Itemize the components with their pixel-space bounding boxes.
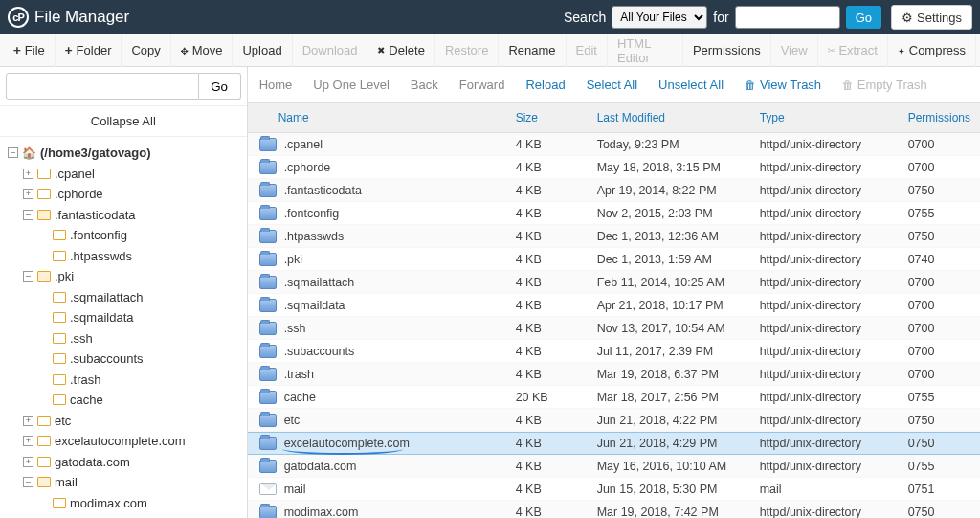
nav-unselect-all[interactable]: Unselect All (658, 78, 724, 92)
expand-icon[interactable]: + (23, 416, 33, 426)
nav-empty-trash[interactable]: Empty Trash (842, 78, 927, 92)
nav-forward[interactable]: Forward (459, 78, 505, 92)
tree-item--fantasticodata[interactable]: –.fantasticodata (8, 205, 247, 226)
tree-item-excelautocomplete-com[interactable]: +excelautocomplete.com (8, 431, 247, 452)
collapse-icon[interactable]: – (23, 210, 33, 220)
tree-label: (/home3/gatovago) (40, 144, 151, 163)
file-row--trash[interactable]: .trash4 KBMar 19, 2018, 6:37 PMhttpd/uni… (248, 363, 980, 386)
file-perm: 0700 (899, 368, 970, 381)
tree-item--trash[interactable]: .trash (8, 370, 247, 391)
nav-bar: Home Up One Level Back Forward Reload Se… (248, 67, 980, 103)
file-row-gatodata-com[interactable]: gatodata.com4 KBMay 16, 2016, 10:10 AMht… (248, 455, 980, 478)
toolbar-extract[interactable]: ✂Extract (818, 34, 888, 67)
expand-icon[interactable]: + (23, 436, 33, 446)
file-row-cache[interactable]: cache20 KBMar 18, 2017, 2:56 PMhttpd/uni… (248, 386, 980, 409)
tree-item-etc[interactable]: +etc (8, 411, 247, 432)
compress-icon: ✦ (898, 43, 905, 57)
toolbar-delete[interactable]: ✖Delete (368, 34, 434, 67)
toolbar-label: Folder (77, 43, 112, 57)
nav-up-one-level[interactable]: Up One Level (313, 78, 390, 92)
tree-item--sqmaildata[interactable]: .sqmaildata (8, 307, 247, 328)
folder-icon (259, 391, 277, 404)
toolbar-permissions[interactable]: Permissions (683, 34, 771, 67)
toolbar-file[interactable]: +File (4, 34, 56, 67)
file-row--cpanel[interactable]: .cpanel4 KBToday, 9:23 PMhttpd/unix-dire… (248, 133, 980, 156)
tree-item--htpasswds[interactable]: .htpasswds (8, 246, 247, 267)
cpanel-logo: cP (8, 7, 29, 28)
tree-item-cache[interactable]: cache (8, 390, 247, 411)
extract-icon: ✂ (828, 43, 835, 57)
toolbar-label: Extract (838, 43, 877, 57)
toolbar-upload[interactable]: Upload (233, 34, 292, 67)
toolbar-copy[interactable]: Copy (122, 34, 170, 67)
file-perm: 0755 (899, 460, 970, 473)
expand-icon[interactable]: + (23, 457, 33, 467)
nav-view-trash[interactable]: View Trash (745, 78, 821, 92)
col-header-name[interactable]: Name (248, 111, 506, 124)
file-type: httpd/unix-directory (750, 414, 899, 427)
nav-reload[interactable]: Reload (525, 78, 565, 92)
search-go-button[interactable]: Go (846, 6, 881, 29)
file-row-modimax-com[interactable]: modimax.com4 KBMar 19, 2018, 7:42 PMhttp… (248, 501, 980, 518)
tree-item--ssh[interactable]: .ssh (8, 328, 247, 349)
tree-item--subaccounts[interactable]: .subaccounts (8, 349, 247, 370)
collapse-icon[interactable]: – (23, 477, 33, 487)
file-perm: 0750 (899, 230, 970, 243)
toolbar-download[interactable]: Download (293, 34, 368, 67)
search-scope-select[interactable]: All Your Files (612, 6, 707, 29)
toolbar-compress[interactable]: ✦Compress (888, 34, 976, 67)
toolbar-html-editor[interactable]: HTML Editor (608, 34, 683, 67)
tree-item--pki[interactable]: –.pki (8, 266, 247, 287)
file-row--ssh[interactable]: .ssh4 KBNov 13, 2017, 10:54 AMhttpd/unix… (248, 317, 980, 340)
file-row--cphorde[interactable]: .cphorde4 KBMay 18, 2018, 3:15 PMhttpd/u… (248, 156, 980, 179)
tree-item--cpanel[interactable]: +.cpanel (8, 164, 247, 185)
tree-item-perl5[interactable]: +perl5 (8, 513, 247, 518)
tree-item--fontconfig[interactable]: .fontconfig (8, 225, 247, 246)
collapse-all-button[interactable]: Collapse All (0, 105, 247, 137)
nav-select-all[interactable]: Select All (587, 78, 637, 92)
settings-button[interactable]: Settings (891, 5, 972, 30)
tree-search-input[interactable] (6, 73, 199, 100)
toolbar-restore[interactable]: Restore (435, 34, 500, 67)
toolbar-view[interactable]: View (771, 34, 818, 67)
nav-back[interactable]: Back (411, 78, 438, 92)
search-input[interactable] (735, 6, 840, 29)
tree-item--home3-gatovago-[interactable]: –🏠(/home3/gatovago) (8, 143, 247, 164)
file-row-mail[interactable]: mail4 KBJun 15, 2018, 5:30 PMmail0751 (248, 478, 980, 501)
tree-item--cphorde[interactable]: +.cphorde (8, 184, 247, 205)
toolbar-folder[interactable]: +Folder (56, 34, 122, 67)
toolbar-rename[interactable]: Rename (499, 34, 566, 67)
file-row--htpasswds[interactable]: .htpasswds4 KBDec 1, 2013, 12:36 AMhttpd… (248, 225, 980, 248)
gear-icon (902, 11, 913, 25)
expand-icon[interactable]: + (23, 189, 33, 199)
folder-icon (259, 230, 277, 243)
toolbar-edit[interactable]: Edit (567, 34, 608, 67)
file-row--fontconfig[interactable]: .fontconfig4 KBNov 2, 2015, 2:03 PMhttpd… (248, 202, 980, 225)
folder-icon (53, 353, 66, 364)
toolbar-move[interactable]: ✥Move (171, 34, 234, 67)
col-header-type[interactable]: Type (750, 111, 899, 124)
col-header-size[interactable]: Size (506, 111, 588, 124)
file-row--sqmailattach[interactable]: .sqmailattach4 KBFeb 11, 2014, 10:25 AMh… (248, 271, 980, 294)
collapse-icon[interactable]: – (23, 271, 33, 282)
file-row--pki[interactable]: .pki4 KBDec 1, 2013, 1:59 AMhttpd/unix-d… (248, 248, 980, 271)
top-bar: cP File Manager Search All Your Files fo… (0, 0, 980, 34)
tree-item-mail[interactable]: –mail (8, 472, 247, 493)
col-header-permissions[interactable]: Permissions (899, 111, 980, 124)
toolbar-label: Delete (389, 43, 425, 57)
file-row--fantasticodata[interactable]: .fantasticodata4 KBApr 19, 2014, 8:22 PM… (248, 179, 980, 202)
tree-item-gatodata-com[interactable]: +gatodata.com (8, 452, 247, 473)
file-row-etc[interactable]: etc4 KBJun 21, 2018, 4:22 PMhttpd/unix-d… (248, 409, 980, 432)
nav-home[interactable]: Home (259, 78, 293, 92)
tree-go-button[interactable]: Go (199, 73, 241, 100)
col-header-modified[interactable]: Last Modified (588, 111, 750, 124)
file-row--subaccounts[interactable]: .subaccounts4 KBJul 11, 2017, 2:39 PMhtt… (248, 340, 980, 363)
file-row-excelautocomplete-com[interactable]: excelautocomplete.com4 KBJun 21, 2018, 4… (248, 432, 980, 455)
collapse-icon[interactable]: – (8, 147, 18, 158)
mail-icon (259, 483, 277, 495)
file-type: httpd/unix-directory (750, 460, 899, 473)
expand-icon[interactable]: + (23, 169, 33, 179)
tree-item--sqmailattach[interactable]: .sqmailattach (8, 287, 247, 308)
tree-item-modimax-com[interactable]: modimax.com (8, 493, 247, 514)
file-row--sqmaildata[interactable]: .sqmaildata4 KBApr 21, 2018, 10:17 PMhtt… (248, 294, 980, 317)
